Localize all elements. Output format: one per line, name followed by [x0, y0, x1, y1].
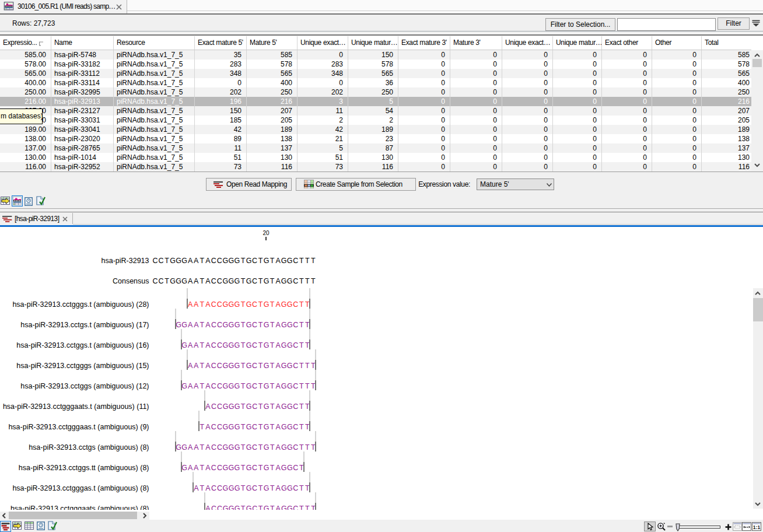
svg-text:1:1: 1:1 — [753, 524, 761, 530]
